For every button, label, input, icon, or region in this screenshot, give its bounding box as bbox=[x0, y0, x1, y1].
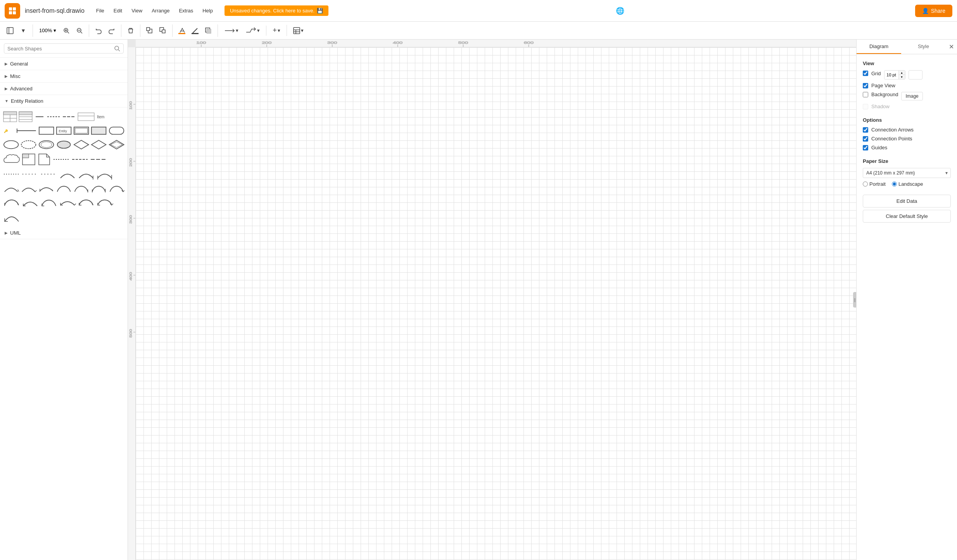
er-dashed-line1[interactable] bbox=[53, 154, 70, 165]
menu-edit[interactable]: Edit bbox=[110, 6, 126, 15]
sidebar-item-misc[interactable]: ▶ Misc bbox=[0, 70, 128, 83]
sidebar-toggle-button[interactable] bbox=[4, 24, 16, 37]
er-weak-entity[interactable] bbox=[73, 125, 89, 136]
menu-view[interactable]: View bbox=[128, 6, 146, 15]
connection-arrows-checkbox[interactable] bbox=[863, 127, 868, 133]
er-diamond1[interactable] bbox=[73, 139, 89, 150]
er-rounded-rect[interactable] bbox=[109, 125, 124, 136]
redo-button[interactable] bbox=[105, 24, 118, 37]
er-small-oval[interactable] bbox=[56, 139, 72, 150]
table-button[interactable]: ▾ bbox=[290, 26, 307, 36]
clear-style-button[interactable]: Clear Default Style bbox=[863, 210, 951, 223]
to-front-button[interactable] bbox=[143, 24, 156, 37]
undo-button[interactable] bbox=[92, 24, 105, 37]
background-checkbox[interactable] bbox=[863, 92, 868, 97]
page-view-checkbox[interactable] bbox=[863, 83, 868, 88]
fill-color-button[interactable] bbox=[176, 24, 188, 37]
grid-pt-value[interactable] bbox=[884, 72, 898, 78]
sidebar-item-general[interactable]: ▶ General bbox=[0, 58, 128, 70]
er-diamond2[interactable] bbox=[91, 139, 107, 150]
landscape-radio[interactable] bbox=[892, 181, 897, 187]
sidebar-item-advanced[interactable]: ▶ Advanced bbox=[0, 83, 128, 95]
shadow-button[interactable] bbox=[202, 24, 214, 37]
er-curve8[interactable] bbox=[73, 183, 89, 194]
grid-pt-down[interactable]: ▼ bbox=[899, 75, 905, 79]
tab-style[interactable]: Style bbox=[901, 40, 946, 54]
er-curve2[interactable] bbox=[78, 169, 95, 180]
er-oval-dashed[interactable] bbox=[21, 139, 36, 150]
grid-color-box[interactable] bbox=[909, 70, 922, 80]
er-curve12[interactable] bbox=[22, 197, 39, 207]
edit-data-button[interactable]: Edit Data bbox=[863, 195, 951, 207]
sidebar-item-uml[interactable]: ▶ UML bbox=[0, 227, 128, 239]
connection-points-checkbox[interactable] bbox=[863, 136, 868, 142]
er-curve14[interactable] bbox=[59, 197, 76, 207]
er-diamond-dbl[interactable] bbox=[109, 139, 124, 150]
er-curve11[interactable] bbox=[3, 197, 20, 207]
menu-extras[interactable]: Extras bbox=[175, 6, 197, 15]
er-dotted-line2[interactable] bbox=[22, 169, 39, 180]
grid-checkbox[interactable] bbox=[863, 71, 868, 76]
insert-button[interactable]: + ▾ bbox=[269, 25, 283, 36]
er-line2[interactable] bbox=[16, 125, 37, 136]
er-entity-label[interactable]: Entity bbox=[56, 125, 72, 136]
collapse-handle[interactable]: ‖ bbox=[853, 292, 856, 308]
er-cloud[interactable] bbox=[3, 153, 20, 166]
line-color-button[interactable] bbox=[189, 24, 201, 37]
delete-button[interactable] bbox=[124, 24, 137, 37]
er-line-dashed1[interactable] bbox=[47, 111, 60, 122]
sidebar-chevron-button[interactable]: ▾ bbox=[17, 24, 29, 37]
guides-checkbox[interactable] bbox=[863, 145, 868, 150]
er-curve15[interactable] bbox=[78, 197, 95, 207]
menu-help[interactable]: Help bbox=[199, 6, 217, 15]
er-dotted-line1[interactable] bbox=[3, 169, 20, 180]
er-line-solid[interactable] bbox=[34, 111, 45, 122]
tab-diagram[interactable]: Diagram bbox=[857, 40, 901, 54]
er-curve10[interactable] bbox=[109, 183, 124, 194]
search-input[interactable] bbox=[7, 46, 112, 52]
er-curve4[interactable] bbox=[3, 183, 19, 194]
connector-style-button[interactable]: ▾ bbox=[221, 26, 242, 36]
er-item-text[interactable]: Item bbox=[96, 111, 109, 122]
background-image-button[interactable]: Image bbox=[901, 92, 922, 100]
er-table-shape[interactable] bbox=[3, 111, 17, 122]
to-back-button[interactable] bbox=[157, 24, 169, 37]
paper-size-select[interactable]: A4 (210 mm x 297 mm) bbox=[863, 168, 951, 178]
zoom-display[interactable]: 100% ▾ bbox=[36, 26, 59, 35]
er-dotted-line3[interactable] bbox=[40, 169, 57, 180]
er-curve13[interactable] bbox=[40, 197, 57, 207]
zoom-in-button[interactable] bbox=[60, 24, 73, 37]
er-curve1[interactable] bbox=[59, 169, 76, 180]
unsaved-banner[interactable]: Unsaved changes. Click here to save. 💾 bbox=[225, 5, 328, 16]
sidebar-item-entity-relation[interactable]: ▼ Entity Relation bbox=[0, 95, 128, 107]
share-button[interactable]: 👤 Share bbox=[915, 5, 952, 17]
er-table2-shape[interactable] bbox=[19, 111, 33, 122]
canvas-area[interactable]: 100 200 300 400 500 600 100 200 300 400 … bbox=[128, 40, 856, 560]
er-line-dashed2[interactable] bbox=[62, 111, 76, 122]
er-key-shape[interactable]: 🔑 bbox=[3, 125, 15, 136]
er-entity3[interactable] bbox=[91, 125, 107, 136]
er-dashed-line3[interactable] bbox=[90, 154, 107, 165]
er-curve17[interactable] bbox=[3, 211, 20, 223]
er-curve6[interactable] bbox=[38, 183, 54, 194]
er-rect-entity[interactable] bbox=[38, 125, 54, 136]
er-curve5[interactable] bbox=[21, 183, 36, 194]
panel-close-button[interactable]: ✕ bbox=[946, 40, 957, 54]
er-doc-shape[interactable] bbox=[37, 153, 51, 166]
globe-icon[interactable]: 🌐 bbox=[616, 7, 624, 15]
er-curve3[interactable] bbox=[96, 169, 113, 180]
er-curve7[interactable] bbox=[56, 183, 72, 194]
waypoint-button[interactable]: ▾ bbox=[242, 26, 263, 36]
zoom-out-button[interactable] bbox=[73, 24, 86, 37]
portrait-radio[interactable] bbox=[863, 181, 868, 187]
shadow-checkbox[interactable] bbox=[863, 104, 868, 109]
canvas-content[interactable] bbox=[136, 47, 856, 560]
grid-pt-up[interactable]: ▲ bbox=[899, 71, 905, 75]
er-bordered-item[interactable] bbox=[78, 111, 95, 122]
er-frame1[interactable] bbox=[22, 153, 36, 166]
er-oval1[interactable] bbox=[3, 139, 19, 150]
er-oval-multi[interactable] bbox=[38, 139, 54, 150]
er-curve16[interactable] bbox=[96, 197, 113, 207]
menu-arrange[interactable]: Arrange bbox=[148, 6, 173, 15]
menu-file[interactable]: File bbox=[92, 6, 108, 15]
